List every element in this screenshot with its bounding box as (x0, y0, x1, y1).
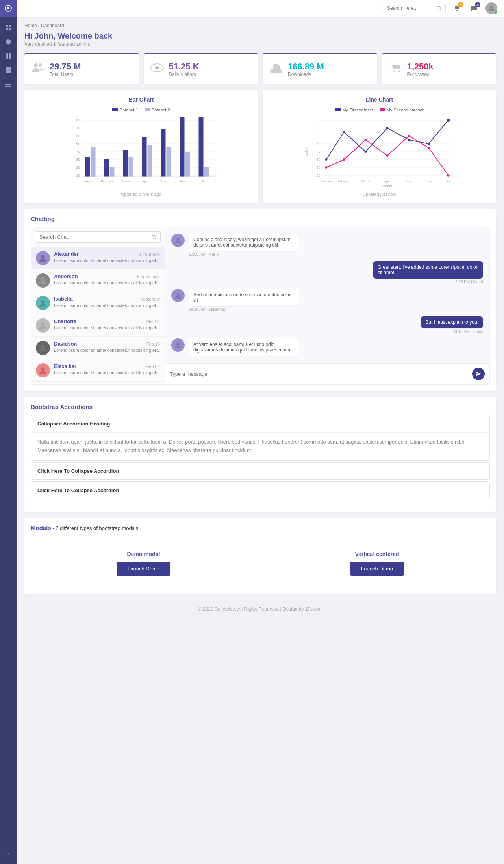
modal-demo-title-2: Vertical centered (355, 551, 399, 557)
svg-marker-2 (6, 39, 11, 45)
accordion-header-1[interactable]: Collapsed Accordion Heading (31, 415, 489, 432)
modals-subtitle: - 2 different types of bootstrap modals (51, 525, 139, 531)
svg-text:July: July (445, 180, 451, 183)
search-input[interactable] (387, 6, 434, 11)
chat-time-elexa: Feb 04 (146, 364, 160, 369)
chat-avatar-alexander (36, 251, 50, 265)
svg-rect-4 (9, 53, 11, 56)
launch-demo-button-2[interactable]: Launch Demo (350, 562, 404, 576)
chat-item-info-anderson: Anderson 5 hours ago Lorem ipsum dolor s… (54, 273, 160, 285)
svg-text:60: 60 (76, 134, 80, 138)
svg-rect-51 (123, 150, 128, 177)
messages-button[interactable]: 4 (468, 2, 480, 15)
chat-search-input[interactable] (39, 234, 149, 240)
chatting-section: Chatting (24, 209, 496, 391)
msg-content-1: Coming along nicely, we've got a Lorem i… (189, 234, 299, 256)
chatting-title: Chatting (31, 216, 490, 222)
chat-contact-anderson[interactable]: Anderson 5 hours ago Lorem ipsum dolor s… (31, 269, 165, 292)
svg-line-20 (440, 9, 441, 11)
svg-text:20: 20 (76, 165, 80, 169)
launch-demo-button-1[interactable]: Launch Demo (117, 562, 170, 576)
chat-item-info-isabella: Isabella Yesterday Lorem ipsum dolor sit… (54, 296, 160, 308)
svg-text:10: 10 (316, 173, 320, 177)
accordion-header-3[interactable]: Click Here To Collapse Accordion (31, 482, 489, 499)
stat-value-visitors: 51.25 K (169, 61, 252, 72)
sidebar-item-dashboard[interactable] (0, 20, 17, 35)
svg-rect-18 (5, 86, 11, 87)
svg-point-108 (41, 255, 45, 259)
svg-rect-57 (161, 129, 166, 177)
chat-time-davidson: Feb 18 (146, 342, 160, 346)
chat-item-header-anderson: Anderson 5 hours ago (54, 273, 160, 279)
sidebar-item-menu[interactable] (0, 77, 17, 91)
svg-rect-64 (204, 167, 209, 177)
bar-legend-1: Dataset 1 (112, 108, 138, 112)
chat-contact-alexander[interactable]: Alexander 1 hour ago Lorem ipsum dolor s… (31, 247, 165, 269)
line-legend-1: My First dataset (335, 108, 373, 112)
purchased-icon (388, 61, 402, 78)
chat-contact-charlotte[interactable]: Charlotte Mar 04 Lorem ipsum dolor sit a… (31, 314, 165, 337)
svg-point-110 (41, 300, 45, 304)
svg-rect-9 (9, 67, 11, 69)
chat-avatar-isabella (36, 296, 50, 310)
welcome-name: John (35, 32, 54, 40)
chat-item-header-elexa: Elexa ker Feb 04 (54, 363, 160, 369)
svg-point-93 (365, 139, 367, 141)
chat-preview-alexander: Lorem ipsum dolor sit amet consectetur a… (54, 258, 160, 263)
sidebar-item-apps[interactable] (0, 63, 17, 77)
chat-preview-charlotte: Lorem ipsum dolor sit amet consectetur a… (54, 325, 160, 330)
svg-rect-60 (180, 117, 185, 177)
svg-line-107 (155, 238, 156, 239)
stat-label-downloads: Downloads (288, 72, 371, 77)
accordion-title: Bootstrap Accordions (31, 403, 490, 410)
chat-avatar-elexa (36, 363, 50, 377)
top-search-box[interactable] (383, 4, 446, 13)
chat-message-input[interactable] (170, 371, 468, 377)
svg-point-106 (152, 235, 155, 238)
user-avatar-button[interactable] (485, 2, 498, 15)
line-chart-title: Line Chart (269, 97, 490, 103)
message-row-4: But I must explain to you. 03:15 PM | To… (171, 316, 483, 334)
sidebar-logo[interactable] (0, 0, 17, 17)
svg-point-23 (39, 63, 42, 67)
stat-card-downloads: 166.89 M Downloads (263, 53, 377, 84)
stat-info-downloads: 166.89 M Downloads (288, 61, 371, 77)
chat-contact-davidson[interactable]: Davidson Feb 18 Lorem ipsum dolor sit am… (31, 337, 165, 359)
send-message-button[interactable] (472, 368, 485, 380)
accordion-item-2: Click Here To Collapse Accordion (31, 462, 490, 480)
stat-card-purchased: 1,250k Purchased (382, 53, 497, 84)
svg-point-96 (428, 147, 430, 149)
svg-point-21 (490, 6, 493, 9)
msg-bubble-2: Great start, I've added some Lorem ipsum… (373, 261, 483, 279)
msg-content-2: Great start, I've added some Lorem ipsum… (373, 261, 483, 284)
line-legend-2: My Second dataset (380, 108, 424, 112)
svg-point-27 (393, 71, 395, 72)
notifications-button[interactable]: 3 (450, 2, 463, 15)
svg-text:March: March (122, 180, 130, 183)
svg-text:May: May (406, 180, 412, 183)
sidebar-item-grid[interactable] (0, 49, 17, 63)
svg-point-114 (176, 238, 180, 241)
breadcrumb-home[interactable]: Home (24, 23, 37, 28)
chat-time-anderson: 5 hours ago (137, 274, 160, 279)
search-icon (437, 6, 441, 11)
chat-avatar-anderson (36, 273, 50, 288)
chat-name-anderson: Anderson (54, 273, 78, 279)
svg-point-86 (365, 151, 367, 153)
msg-avatar-3 (171, 289, 185, 302)
modals-title: Modals - 2 different types of bootstrap … (31, 524, 490, 531)
chat-search-box[interactable] (35, 231, 161, 243)
svg-rect-54 (142, 137, 147, 177)
sidebar-item-widgets[interactable] (0, 35, 17, 49)
svg-text:40: 40 (316, 150, 320, 154)
svg-text:April: April (384, 180, 390, 183)
accordion-header-2[interactable]: Click Here To Collapse Accordion (31, 463, 489, 479)
svg-point-89 (428, 143, 430, 145)
chat-contact-isabella[interactable]: Isabella Yesterday Lorem ipsum dolor sit… (31, 292, 165, 314)
chat-contact-elexa[interactable]: Elexa ker Feb 04 Lorem ipsum dolor sit a… (31, 359, 165, 382)
chat-item-info-alexander: Alexander 1 hour ago Lorem ipsum dolor s… (54, 251, 160, 263)
chat-item-info-davidson: Davidson Feb 18 Lorem ipsum dolor sit am… (54, 341, 160, 353)
messages-area: Coming along nicely, we've got a Lorem i… (165, 227, 489, 363)
svg-point-92 (343, 158, 345, 161)
sidebar-toggle-arrow[interactable]: › (7, 851, 9, 856)
